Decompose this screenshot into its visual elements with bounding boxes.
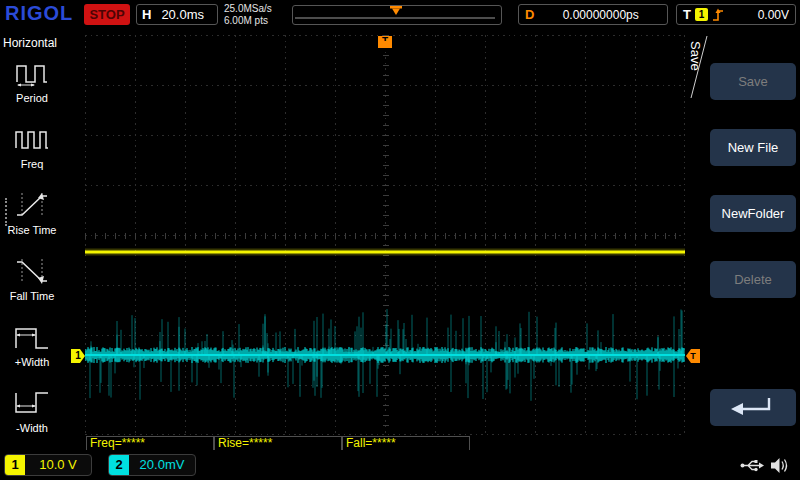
- acquisition-info: 25.0MSa/s 6.00M pts: [224, 3, 272, 27]
- menu-tab-save: Save: [686, 34, 710, 100]
- channel1-number: 1: [5, 455, 25, 475]
- trigger-slope-icon: [712, 8, 724, 22]
- memory-depth-value: 6.00M pts: [224, 15, 272, 27]
- delay-value: 0.00000000ps: [534, 8, 667, 22]
- sidebar-item-fall-time[interactable]: Fall Time: [0, 252, 64, 314]
- horizontal-timebase-box[interactable]: H 20.0ms: [136, 4, 218, 25]
- sidebar-item-label: -Width: [0, 422, 64, 434]
- delay-label: D: [525, 7, 534, 22]
- oscilloscope-screen: RIGOL STOP H 20.0ms 25.0MSa/s 6.00M pts …: [0, 0, 800, 480]
- trigger-position-marker[interactable]: T: [378, 36, 392, 66]
- sidebar-item-label: Freq: [0, 158, 64, 170]
- rise-time-icon: [14, 191, 50, 219]
- top-status-bar: RIGOL STOP H 20.0ms 25.0MSa/s 6.00M pts …: [0, 0, 800, 30]
- measure-category-title: Horizontal: [3, 36, 57, 50]
- waveform-display: [85, 35, 685, 435]
- rigol-logo: RIGOL: [5, 2, 73, 25]
- memory-position-strip[interactable]: [292, 5, 502, 25]
- channel2-scale: 20.0mV: [129, 455, 195, 475]
- channel2-badge[interactable]: 2 20.0mV: [108, 454, 196, 476]
- sidebar-item-neg-width[interactable]: -Width: [0, 384, 64, 446]
- measurement-freq: Freq=*****: [86, 436, 214, 451]
- trigger-label: T: [683, 7, 691, 22]
- sound-icon[interactable]: [770, 457, 790, 474]
- delete-button[interactable]: Delete: [710, 261, 796, 298]
- sidebar-item-label: +Width: [0, 356, 64, 368]
- delay-box[interactable]: D 0.00000000ps: [518, 4, 668, 25]
- back-button[interactable]: [710, 389, 796, 426]
- measurement-fall: Fall=*****: [342, 436, 470, 451]
- fall-time-icon: [14, 257, 50, 285]
- freq-icon: [14, 125, 50, 153]
- trigger-source-badge: 1: [695, 8, 708, 21]
- new-folder-button[interactable]: NewFolder: [710, 195, 796, 232]
- channel1-badge[interactable]: 1 10.0 V: [4, 454, 92, 476]
- channel1-scale: 10.0 V: [25, 455, 91, 475]
- usb-icon: [740, 458, 764, 473]
- return-arrow-icon: [725, 393, 781, 423]
- sidebar-item-period[interactable]: Period: [0, 54, 64, 116]
- period-icon: [14, 59, 50, 87]
- channel1-ground-marker[interactable]: 1: [71, 349, 85, 363]
- trigger-box[interactable]: T 1 0.00V: [676, 4, 796, 25]
- sidebar-item-label: Rise Time: [0, 224, 64, 236]
- sidebar-item-rise-time[interactable]: Rise Time: [0, 186, 64, 248]
- memory-waveform-icon: [293, 6, 499, 23]
- plus-width-icon: [14, 323, 50, 351]
- sidebar-item-label: Period: [0, 92, 64, 104]
- run-state-badge[interactable]: STOP: [84, 4, 130, 25]
- menu-tab-label: Save: [688, 41, 703, 71]
- measure-sidebar: Horizontal Period Freq Rise Time: [0, 30, 64, 450]
- sidebar-item-label: Fall Time: [0, 290, 64, 302]
- bottom-status-bar: 1 10.0 V 2 20.0mV: [0, 450, 800, 480]
- horizontal-label: H: [142, 7, 151, 22]
- measurement-rise: Rise=*****: [214, 436, 342, 451]
- waveform-canvas: [85, 35, 685, 435]
- timebase-value: 20.0ms: [161, 7, 204, 22]
- save-button[interactable]: Save: [710, 63, 796, 100]
- minus-width-icon: [14, 389, 50, 417]
- sidebar-item-pos-width[interactable]: +Width: [0, 318, 64, 380]
- sample-rate-value: 25.0MSa/s: [224, 3, 272, 15]
- sidebar-item-freq[interactable]: Freq: [0, 120, 64, 182]
- channel2-number: 2: [109, 455, 129, 475]
- trigger-position-arrow-icon: [378, 41, 392, 65]
- trigger-level-marker[interactable]: T: [686, 349, 700, 363]
- trigger-level-value: 0.00V: [758, 8, 789, 22]
- new-file-button[interactable]: New File: [710, 129, 796, 166]
